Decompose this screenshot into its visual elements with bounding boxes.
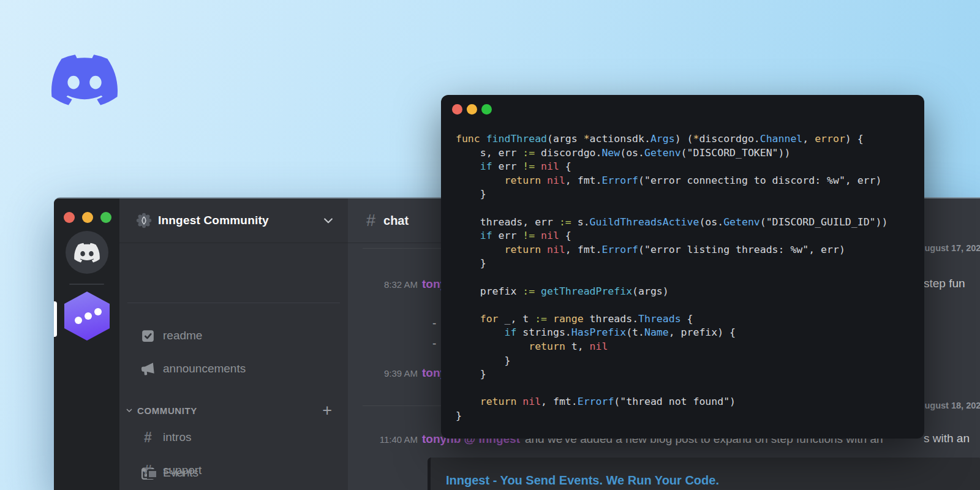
window-controls (64, 212, 111, 223)
rules-check-icon (140, 328, 156, 344)
community-badge-icon (136, 213, 152, 228)
hash-icon: # (366, 211, 375, 230)
hash-bubble-icon: # (140, 464, 156, 478)
list-bullet: - (432, 317, 436, 330)
close-button[interactable] (452, 104, 462, 115)
sidebar-item-readme[interactable]: readme (140, 326, 202, 345)
rail-divider (69, 284, 104, 285)
channel-label: support (163, 464, 202, 477)
embed-title-link[interactable]: Inngest - You Send Events. We Run Your C… (446, 473, 980, 488)
chevron-down-icon[interactable] (322, 214, 334, 227)
channel-label: announcements (163, 362, 246, 375)
minimize-button[interactable] (82, 212, 93, 223)
sidebar-section-community[interactable]: COMMUNITY + (126, 402, 332, 419)
close-button[interactable] (64, 212, 75, 223)
message-timestamp: 11:40 AM (348, 434, 418, 445)
code-editor-window: func findThread(args *actionsdk.Args) (*… (441, 95, 924, 439)
sidebar-item-intros[interactable]: # intros (140, 428, 191, 447)
discord-logo-icon (51, 51, 118, 108)
discord-home-icon (74, 243, 100, 263)
link-embed: Inngest - You Send Events. We Run Your C… (428, 458, 980, 490)
section-label: COMMUNITY (137, 405, 322, 416)
zoom-button[interactable] (100, 212, 111, 223)
window-controls (452, 104, 492, 115)
marketing-backdrop: Inngest Community Events readme (0, 0, 980, 490)
add-channel-icon[interactable]: + (322, 402, 332, 419)
channel-sidebar: Inngest Community Events readme (119, 198, 348, 490)
message-text-fragment: step fun (924, 277, 965, 290)
sidebar-divider (127, 303, 340, 303)
sidebar-item-support[interactable]: # support (140, 461, 202, 480)
message-timestamp: 9:39 AM (348, 368, 418, 379)
channel-title: chat (383, 214, 409, 228)
inngest-server-icon[interactable] (64, 292, 110, 341)
message-text-fragment: s with an (924, 432, 970, 445)
message-timestamp: 8:32 AM (348, 279, 418, 290)
list-bullet: - (432, 337, 436, 350)
channel-label: intros (163, 431, 191, 444)
server-rail (54, 198, 119, 490)
channel-label: readme (163, 329, 202, 342)
zoom-button[interactable] (481, 104, 492, 115)
active-server-pill (54, 301, 57, 337)
server-name: Inngest Community (158, 214, 322, 227)
minimize-button[interactable] (467, 104, 477, 115)
code-block: func findThread(args *actionsdk.Args) (*… (456, 132, 888, 423)
sidebar-item-announcements[interactable]: announcements (140, 360, 246, 378)
chevron-down-icon (126, 407, 133, 414)
megaphone-icon (140, 361, 156, 377)
hash-icon: # (140, 431, 156, 445)
discord-home-button[interactable] (66, 231, 108, 274)
server-header[interactable]: Inngest Community (119, 198, 348, 243)
